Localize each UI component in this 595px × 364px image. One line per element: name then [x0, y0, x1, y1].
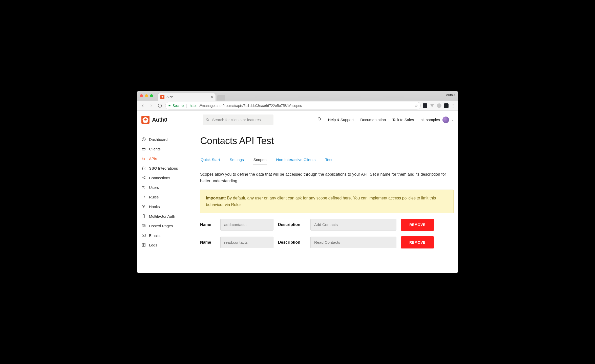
scope-description-input[interactable]	[310, 237, 396, 248]
extension-react-icon[interactable]	[423, 103, 427, 108]
important-alert: Important: By default, any user on any c…	[200, 190, 454, 213]
extension-circle-icon[interactable]	[437, 103, 441, 108]
description-label: Description	[278, 240, 306, 245]
svg-point-7	[144, 186, 145, 187]
macos-app-label: Auth0	[446, 93, 455, 97]
window-minimize-dot[interactable]	[145, 94, 148, 97]
search-placeholder: Search for clients or features	[212, 118, 261, 122]
sidebar-item-users[interactable]: Users	[139, 183, 193, 192]
window-zoom-dot[interactable]	[150, 94, 153, 97]
scopes-list: NameDescriptionREMOVENameDescriptionREMO…	[200, 219, 454, 248]
auth0-favicon-icon	[160, 95, 164, 99]
nav-forward-button[interactable]	[148, 102, 155, 109]
scope-name-input[interactable]	[220, 237, 273, 248]
extension-icons: ⋮	[423, 103, 456, 108]
svg-point-0	[206, 118, 208, 120]
talk-to-sales-link[interactable]: Talk to Sales	[392, 118, 414, 122]
remove-button[interactable]: REMOVE	[401, 219, 434, 231]
svg-point-3	[142, 177, 143, 178]
sidebar-item-logs[interactable]: Logs	[139, 240, 193, 250]
global-search[interactable]: Search for clients or features	[203, 115, 273, 125]
chrome-urlbar: Secure | https ://manage.auth0.com/#/api…	[137, 101, 458, 111]
secure-label: Secure	[173, 104, 184, 108]
omnibox-separator: |	[185, 104, 188, 108]
svg-point-10	[143, 207, 144, 208]
svg-rect-16	[142, 234, 145, 237]
alert-prefix: Important:	[206, 196, 226, 200]
nav-reload-button[interactable]	[157, 102, 163, 109]
svg-rect-2	[142, 148, 145, 150]
svg-point-8	[142, 205, 143, 206]
sidebar-icon	[141, 233, 146, 238]
sidebar-icon	[141, 175, 146, 180]
tab-scopes[interactable]: Scopes	[253, 155, 267, 165]
help-support-link[interactable]: Help & Support	[328, 118, 354, 122]
omnibox[interactable]: Secure | https ://manage.auth0.com/#/api…	[165, 102, 421, 109]
sidebar-icon	[141, 195, 146, 199]
sidebar-icon	[141, 166, 146, 170]
sidebar-item-emails[interactable]: Emails	[139, 231, 193, 240]
brand-logo[interactable]: Auth0	[141, 116, 167, 124]
sidebar-icon	[141, 147, 146, 151]
lock-icon	[168, 103, 171, 108]
sidebar-item-label: Rules	[149, 195, 159, 199]
sidebar-item-apis[interactable]: APIs	[139, 154, 193, 163]
tab-non-interactive-clients[interactable]: Non Interactive Clients	[275, 155, 316, 165]
sidebar-item-label: Emails	[149, 233, 160, 238]
sidebar-item-label: APIs	[149, 156, 157, 161]
extension-vue-icon[interactable]	[430, 103, 434, 108]
svg-point-14	[143, 225, 143, 226]
tab-close-icon[interactable]: ×	[211, 95, 213, 99]
tab-quick-start[interactable]: Quick Start	[200, 155, 221, 165]
search-icon	[206, 118, 210, 122]
browser-tab[interactable]: APIs ×	[158, 93, 216, 101]
sidebar-item-clients[interactable]: Clients	[139, 144, 193, 154]
remove-button[interactable]: REMOVE	[401, 236, 434, 248]
browser-window: APIs × Auth0 Secure | https ://manage.au…	[137, 91, 458, 273]
sidebar-icon	[141, 204, 146, 209]
documentation-link[interactable]: Documentation	[360, 118, 386, 122]
sidebar-item-label: Hooks	[149, 204, 160, 209]
svg-point-9	[144, 205, 145, 206]
sidebar-icon	[141, 137, 146, 142]
scope-row: NameDescriptionREMOVE	[200, 236, 454, 248]
sidebar-icon	[141, 223, 146, 228]
sidebar-item-hosted-pages[interactable]: Hosted Pages	[139, 221, 193, 231]
traffic-lights	[140, 91, 156, 101]
chrome-tabbar: APIs × Auth0	[137, 91, 458, 101]
scope-description-input[interactable]	[310, 219, 396, 231]
tab-settings[interactable]: Settings	[229, 155, 244, 165]
bookmark-star-icon[interactable]: ☆	[415, 104, 418, 108]
sidebar-item-rules[interactable]: Rules	[139, 192, 193, 202]
svg-rect-13	[142, 224, 145, 227]
sidebar-item-label: Connections	[149, 176, 170, 180]
extension-jb-icon[interactable]	[444, 103, 449, 108]
alert-body: By default, any user on any client can a…	[206, 196, 436, 207]
new-tab-button[interactable]	[217, 95, 225, 101]
tabs: Quick StartSettingsScopesNon Interactive…	[200, 155, 454, 165]
tab-test[interactable]: Test	[325, 155, 333, 165]
name-label: Name	[200, 240, 216, 245]
svg-point-4	[144, 176, 145, 177]
sidebar-item-label: Clients	[149, 147, 161, 151]
sidebar-item-label: Logs	[149, 243, 157, 247]
scopes-description: Scopes allow you to define the data that…	[200, 171, 448, 184]
window-close-dot[interactable]	[140, 94, 143, 97]
main-content: Contacts API Test Quick StartSettingsSco…	[195, 129, 458, 273]
sidebar-item-sso-integrations[interactable]: SSO Integrations	[139, 163, 193, 173]
sidebar-item-label: Multifactor Auth	[149, 214, 175, 218]
browser-tab-title: APIs	[166, 95, 173, 99]
sidebar-icon	[141, 156, 146, 161]
nav-back-button[interactable]	[139, 102, 146, 109]
notifications-bell-icon[interactable]	[317, 117, 322, 122]
avatar	[442, 117, 449, 123]
sidebar-item-dashboard[interactable]: Dashboard	[139, 134, 193, 144]
sidebar-item-label: Hosted Pages	[149, 224, 173, 228]
sidebar-item-multifactor-auth[interactable]: Multifactor Auth	[139, 211, 193, 221]
sidebar-item-hooks[interactable]: Hooks	[139, 202, 193, 211]
sidebar-item-connections[interactable]: Connections	[139, 173, 193, 183]
chrome-menu-icon[interactable]: ⋮	[451, 103, 456, 108]
profile-menu[interactable]: bk-samples ⌄	[420, 117, 454, 123]
sidebar-item-label: Dashboard	[149, 137, 167, 142]
scope-name-input[interactable]	[220, 219, 273, 231]
